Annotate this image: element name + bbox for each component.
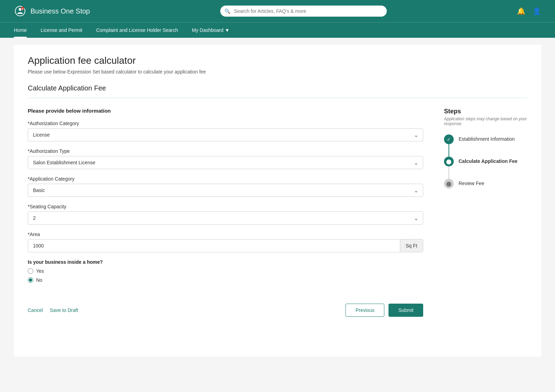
main-content: Application fee calculator Please use be… (14, 45, 541, 357)
auth-category-select-wrapper: License Permit ⌄ (28, 128, 423, 141)
area-input[interactable] (28, 239, 400, 252)
step-label-1: Establishment Information (459, 134, 515, 142)
area-label: *Area (28, 232, 423, 237)
seating-capacity-select[interactable]: 2 4 6 8 10 (28, 211, 423, 225)
radio-yes[interactable] (28, 268, 33, 274)
seating-capacity-select-wrapper: 2 4 6 8 10 ⌄ (28, 211, 423, 225)
radio-no-item[interactable]: No (28, 277, 423, 283)
nav-bar: Home License and Permit Complaint and Li… (0, 22, 555, 38)
area-input-wrapper: Sq Ft (28, 239, 423, 252)
steps-subtitle: Application steps may change based on yo… (444, 116, 527, 126)
step-item-2: ⬤ Calculate Application Fee (444, 157, 527, 179)
brand-name: Business One Stop (31, 7, 90, 15)
auth-category-label: *Authorization Category (28, 121, 423, 126)
nav-item-home[interactable]: Home (14, 23, 27, 38)
step-label-2: Calculate Application Fee (459, 157, 518, 164)
inactive-dot-icon: ⬤ (446, 181, 452, 186)
home-question-group: Is your business inside a home? Yes No (28, 259, 423, 283)
page-subtitle: Please use below Expression Set based ca… (28, 69, 527, 75)
steps-section: Steps Application steps may change based… (444, 108, 527, 317)
auth-type-group: *Authorization Type Salon Establishment … (28, 148, 423, 169)
actions-left: Cancel Save to Draft (28, 307, 78, 313)
cancel-button[interactable]: Cancel (28, 307, 43, 313)
svg-text:$: $ (22, 7, 24, 10)
step-circle-1: ✓ (444, 134, 454, 144)
auth-type-select-wrapper: Salon Establishment License Other Licens… (28, 156, 423, 169)
nav-item-complaint[interactable]: Complaint and License Holder Search (96, 23, 178, 38)
save-draft-button[interactable]: Save to Draft (50, 307, 78, 313)
area-group: *Area Sq Ft (28, 232, 423, 252)
header-actions: 🔔 👤 (517, 7, 541, 15)
search-area: 🔍 (220, 6, 387, 17)
step-item-1: ✓ Establishment Information (444, 134, 527, 157)
seating-capacity-group: *Seating Capacity 2 4 6 8 10 ⌄ (28, 204, 423, 225)
submit-button[interactable]: Submit (388, 304, 423, 317)
radio-yes-item[interactable]: Yes (28, 268, 423, 274)
checkmark-icon: ✓ (447, 137, 451, 142)
steps-title: Steps (444, 108, 527, 115)
step-line-2 (449, 166, 449, 179)
nav-item-dashboard[interactable]: My Dashboard ▼ (192, 23, 230, 38)
home-radio-group: Yes No (28, 268, 423, 283)
app-category-group: *Application Category Basic Advanced ⌄ (28, 176, 423, 197)
content-layout: Please provide below information *Author… (28, 108, 527, 317)
logo-icon: $ (14, 5, 26, 17)
step-label-3: Review Fee (459, 179, 484, 186)
auth-category-select[interactable]: License Permit (28, 128, 423, 141)
search-input[interactable] (220, 6, 387, 17)
area-unit: Sq Ft (400, 239, 423, 252)
radio-no[interactable] (28, 277, 33, 283)
step-circle-2: ⬤ (444, 157, 454, 166)
notification-icon[interactable]: 🔔 (517, 7, 526, 15)
seating-capacity-label: *Seating Capacity (28, 204, 423, 209)
chevron-down-icon: ▼ (225, 27, 230, 33)
user-icon[interactable]: 👤 (532, 7, 541, 15)
auth-type-label: *Authorization Type (28, 148, 423, 154)
steps-list: ✓ Establishment Information ⬤ Calculate (444, 134, 527, 189)
step-item-3: ⬤ Review Fee (444, 179, 527, 189)
home-question: Is your business inside a home? (28, 259, 423, 265)
app-category-label: *Application Category (28, 176, 423, 182)
form-subtitle: Please provide below information (28, 108, 423, 114)
step-circle-3: ⬤ (444, 179, 454, 189)
app-category-select[interactable]: Basic Advanced (28, 184, 423, 197)
previous-button[interactable]: Previous (345, 304, 384, 317)
search-icon: 🔍 (224, 8, 230, 14)
nav-item-license[interactable]: License and Permit (41, 23, 82, 38)
header: $ Business One Stop 🔍 🔔 👤 (0, 0, 555, 22)
divider (28, 98, 527, 98)
form-section: Please provide below information *Author… (28, 108, 423, 317)
app-category-select-wrapper: Basic Advanced ⌄ (28, 184, 423, 197)
active-dot-icon: ⬤ (446, 159, 452, 164)
step-line-1 (449, 144, 449, 157)
section-title: Calculate Application Fee (28, 84, 527, 92)
brand-area: $ Business One Stop (14, 5, 90, 17)
auth-category-group: *Authorization Category License Permit ⌄ (28, 121, 423, 141)
auth-type-select[interactable]: Salon Establishment License Other Licens… (28, 156, 423, 169)
radio-no-label: No (36, 277, 42, 283)
bottom-actions: Cancel Save to Draft Previous Submit (28, 297, 423, 317)
page-title: Application fee calculator (28, 55, 527, 66)
actions-right: Previous Submit (345, 304, 423, 317)
radio-yes-label: Yes (36, 268, 44, 274)
